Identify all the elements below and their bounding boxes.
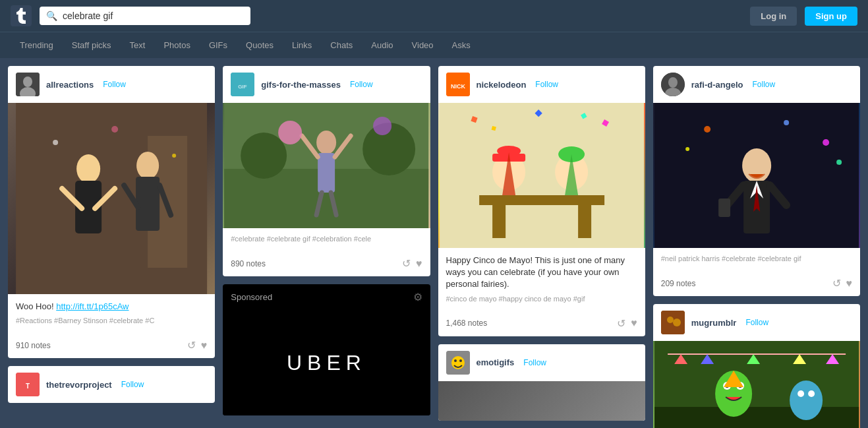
card-footer-4: 209 notes ↺ ♥ [653, 273, 860, 296]
card-notes-1: 910 notes [16, 341, 51, 350]
svg-point-31 [373, 117, 391, 135]
card-thetrevorproject: T thetrevorproject Follow [8, 366, 215, 403]
uber-logo: UBER [287, 351, 366, 375]
card-actions-2: ↺ ♥ [402, 257, 422, 270]
svg-point-58 [704, 126, 710, 133]
svg-point-73 [673, 319, 681, 326]
nav-item-audio[interactable]: Audio [362, 32, 402, 58]
svg-point-13 [53, 140, 58, 145]
svg-rect-35 [479, 195, 604, 205]
gif-allreactions [8, 103, 215, 294]
reblog-icon-2[interactable]: ↺ [402, 257, 411, 270]
card-body-3: Happy Cinco de Mayo! This is just one of… [438, 248, 645, 313]
svg-point-9 [136, 152, 159, 179]
card-tags-2: #celebrate #celebrate gif #celebration #… [231, 235, 422, 243]
svg-rect-34 [440, 103, 644, 248]
gif-emotigifs-preview [438, 381, 645, 421]
card-header-3b: emotigifs Follow [438, 344, 645, 381]
card-footer-2: 890 notes ↺ ♥ [223, 253, 430, 276]
follow-trevor[interactable]: Follow [121, 380, 144, 389]
nav-item-gifs[interactable]: GIFs [200, 32, 237, 58]
svg-point-62 [836, 160, 842, 165]
follow-gifs[interactable]: Follow [350, 80, 373, 89]
follow-mugrum[interactable]: Follow [745, 318, 768, 327]
reblog-icon-3[interactable]: ↺ [617, 317, 625, 330]
svg-point-52 [454, 359, 457, 362]
card-text-3: Happy Cinco de Mayo! This is just one of… [446, 255, 637, 291]
nav-item-text[interactable]: Text [121, 32, 155, 58]
header: 🔍 Log in Sign up [0, 0, 868, 32]
card-notes-4: 209 notes [661, 279, 696, 288]
avatar-mugrum [661, 311, 685, 334]
svg-point-22 [241, 133, 287, 179]
nav-item-video[interactable]: Video [403, 32, 443, 58]
username-rafi[interactable]: rafi-d-angelo [691, 80, 743, 90]
svg-rect-25 [318, 153, 335, 193]
svg-point-61 [685, 147, 689, 151]
svg-point-60 [823, 139, 829, 146]
card-tags-1: #Reactions #Barney Stinson #celebrate #C [16, 317, 207, 324]
svg-point-82 [790, 381, 823, 420]
like-icon-3[interactable]: ♥ [631, 317, 637, 329]
follow-emotigifs[interactable]: Follow [523, 358, 546, 367]
svg-rect-10 [136, 177, 159, 231]
sponsored-header: Sponsored ⚙ [223, 284, 430, 310]
nav-item-chats[interactable]: Chats [321, 32, 362, 58]
avatar-allreactions [16, 73, 40, 96]
card-header-1: allreactions Follow [8, 66, 215, 103]
follow-allreactions[interactable]: Follow [103, 80, 126, 89]
follow-rafi[interactable]: Follow [752, 80, 775, 89]
svg-rect-75 [654, 407, 859, 428]
card-actions-1: ↺ ♥ [187, 339, 208, 352]
svg-point-1 [23, 76, 32, 87]
reblog-icon-4[interactable]: ↺ [832, 277, 841, 290]
username-gifs[interactable]: gifs-for-the-masses [261, 80, 341, 90]
sponsored-body: UBER [223, 310, 430, 415]
svg-text:T: T [26, 382, 30, 390]
sponsored-settings-icon[interactable]: ⚙ [413, 291, 422, 303]
reblog-icon-1[interactable]: ↺ [187, 339, 196, 352]
username-emotigifs[interactable]: emotigifs [477, 357, 515, 367]
card-link-1[interactable]: http://ift.tt/1p65cAw [56, 301, 129, 311]
nav-item-staff-picks[interactable]: Staff picks [63, 32, 121, 58]
search-input[interactable] [63, 11, 244, 21]
follow-nick[interactable]: Follow [535, 80, 558, 89]
nav-item-asks[interactable]: Asks [443, 32, 480, 58]
gif-mugrum [653, 341, 860, 428]
svg-rect-37 [578, 205, 591, 238]
card-notes-3: 1,468 notes [446, 319, 488, 328]
svg-text:GIF: GIF [239, 84, 247, 90]
gif-nickelodeon [438, 103, 645, 248]
username-nick[interactable]: nickelodeon [477, 80, 527, 90]
svg-point-55 [668, 77, 678, 88]
avatar-trevor: T [16, 373, 40, 396]
nav-item-trending[interactable]: Trending [11, 32, 63, 58]
card-actions-3: ↺ ♥ [617, 317, 637, 330]
svg-text:NICK: NICK [451, 83, 465, 90]
like-icon-1[interactable]: ♥ [201, 340, 208, 352]
svg-rect-70 [718, 199, 730, 217]
card-rafi: rafi-d-angelo Follow [653, 66, 860, 296]
username-mugrum[interactable]: mugrumblr [691, 318, 737, 328]
column-2: GIF gifs-for-the-masses Follow [223, 66, 430, 415]
sponsored-card: Sponsored ⚙ UBER [223, 284, 430, 415]
card-header-4: rafi-d-angelo Follow [653, 66, 860, 103]
svg-point-84 [808, 390, 815, 397]
svg-point-59 [784, 120, 789, 125]
svg-point-53 [459, 359, 462, 362]
username-trevor[interactable]: thetrevorproject [46, 380, 112, 390]
nav-item-links[interactable]: Links [283, 32, 321, 58]
login-button[interactable]: Log in [750, 7, 797, 26]
tumblr-logo[interactable] [11, 5, 32, 26]
like-icon-2[interactable]: ♥ [416, 258, 422, 270]
username-allreactions[interactable]: allreactions [46, 80, 94, 90]
card-footer-1: 910 notes ↺ ♥ [8, 335, 215, 358]
gif-masses [223, 103, 430, 228]
avatar-rafi [661, 73, 685, 96]
card-actions-4: ↺ ♥ [832, 277, 853, 290]
nav-item-photos[interactable]: Photos [154, 32, 199, 58]
like-icon-4[interactable]: ♥ [846, 278, 853, 290]
signup-button[interactable]: Sign up [805, 7, 857, 26]
nav-item-quotes[interactable]: Quotes [237, 32, 283, 58]
card-header-2: GIF gifs-for-the-masses Follow [223, 66, 430, 103]
